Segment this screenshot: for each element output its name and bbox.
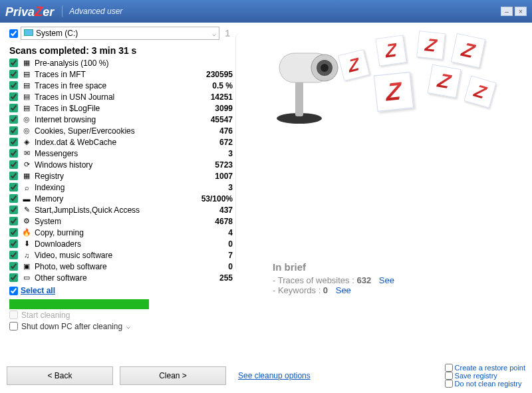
chevron-down-icon[interactable]: ⌵ [126, 323, 130, 330]
scan-label: Traces in USN Journal [35, 92, 186, 102]
scan-list: ▦Pre-analysis (100 %)▤Traces in MFT23059… [9, 57, 233, 283]
scan-icon: ▤ [21, 81, 32, 90]
titlebar: PrivaZer Advanced user – × [0, 0, 532, 23]
scan-label: Photo, web software [35, 262, 186, 271]
scan-value: 476 [186, 126, 233, 136]
scan-label: Start,JumpLists,Quick Access [35, 205, 186, 215]
scan-checkbox[interactable] [9, 160, 18, 169]
scan-label: Index.dat & WebCache [35, 138, 186, 147]
scan-checkbox[interactable] [9, 228, 18, 237]
scan-checkbox[interactable] [9, 104, 18, 112]
scan-checkbox[interactable] [9, 172, 18, 180]
camera-illustration [266, 33, 346, 126]
clean-button[interactable]: Clean > [120, 366, 226, 385]
scan-value: 1007 [186, 172, 233, 181]
scan-checkbox[interactable] [9, 205, 18, 214]
scan-checkbox[interactable] [9, 262, 18, 271]
scan-label: Traces in MFT [35, 70, 186, 79]
scan-icon: ⌕ [21, 183, 32, 192]
scan-icon: ▦ [21, 172, 32, 181]
scan-row: ⚙System4678 [9, 215, 233, 227]
scan-checkbox[interactable] [9, 126, 18, 135]
scan-checkbox[interactable] [9, 115, 18, 124]
z-tiles: Z Z Z Z Z Z Z [339, 31, 505, 137]
scan-icon: ▤ [21, 70, 32, 79]
scan-checkbox[interactable] [9, 251, 18, 259]
scan-checkbox[interactable] [9, 217, 18, 225]
scan-checkbox[interactable] [9, 70, 18, 78]
scan-checkbox[interactable] [9, 239, 18, 248]
minimize-button[interactable]: – [501, 7, 513, 16]
scan-value: 0.5 % [186, 81, 233, 90]
scan-checkbox[interactable] [9, 194, 18, 203]
scan-value: 4678 [186, 217, 233, 226]
scan-row: ▤Traces in free space0.5 % [9, 80, 233, 91]
drive-label: System (C:) [36, 29, 78, 38]
shutdown-checkbox[interactable] [9, 322, 18, 330]
scan-row: ⌕Indexing3 [9, 182, 233, 193]
opt-dontclean[interactable]: Do not clean registry [445, 380, 525, 388]
brief-see-websites[interactable]: See [379, 275, 394, 285]
scan-value: 672 [186, 138, 233, 147]
scan-icon: ▣ [21, 262, 32, 271]
scan-row: ✎Start,JumpLists,Quick Access437 [9, 204, 233, 215]
scan-label: Memory [35, 194, 186, 203]
scan-label: Pre-analysis (100 %) [35, 59, 186, 68]
scan-value: 437 [186, 205, 233, 215]
scan-icon: ▦ [21, 59, 32, 68]
scan-row: ▣Photo, web software0 [9, 261, 233, 272]
scan-row: ▦Registry1007 [9, 170, 233, 182]
scan-checkbox[interactable] [9, 92, 18, 101]
drive-select[interactable]: System (C:) ⌵ [21, 27, 219, 40]
scan-icon: ♫ [21, 251, 32, 260]
scan-icon: ◎ [21, 115, 32, 124]
scan-icon: ▤ [21, 104, 32, 113]
select-all-link[interactable]: Select all [21, 286, 55, 295]
scan-label: Copy, burning [35, 228, 186, 237]
opt-savereg[interactable]: Save registry [445, 372, 525, 380]
scan-value: 3 [186, 149, 233, 158]
scan-row: ♫Video, music software7 [9, 249, 233, 261]
scan-label: Video, music software [35, 251, 186, 260]
scan-value: 255 [186, 273, 233, 283]
scan-row: ⟳Windows history5723 [9, 159, 233, 170]
svg-point-5 [321, 64, 329, 72]
close-button[interactable]: × [515, 7, 527, 16]
opt-restore[interactable]: Create a restore point [445, 364, 525, 372]
drive-icon [24, 29, 33, 36]
drive-count: 1 [222, 28, 233, 39]
scan-row: ▤Traces in MFT230595 [9, 68, 233, 80]
drive-checkbox[interactable] [9, 29, 18, 38]
select-all-checkbox[interactable] [9, 287, 18, 295]
divider [235, 33, 245, 272]
scan-value: 5723 [186, 160, 233, 170]
scan-label: Traces in free space [35, 81, 186, 90]
scan-checkbox[interactable] [9, 81, 18, 90]
start-cleaning-checkbox [9, 311, 18, 319]
brief-title: In brief [273, 261, 525, 273]
brief-keywords-count: 0 [323, 285, 328, 295]
scan-checkbox[interactable] [9, 59, 18, 67]
scan-value: 3 [186, 183, 233, 192]
scan-label: Indexing [35, 183, 186, 192]
scan-label: Traces in $LogFile [35, 104, 186, 113]
scan-value: 7 [186, 251, 233, 260]
scan-checkbox[interactable] [9, 149, 18, 158]
scan-checkbox[interactable] [9, 273, 18, 282]
scan-checkbox[interactable] [9, 138, 18, 146]
scan-value: 3099 [186, 104, 233, 113]
scan-icon: ▭ [21, 273, 32, 283]
brief-see-keywords[interactable]: See [336, 285, 351, 295]
scan-row: ◎Cookies, Super/Evercookies476 [9, 125, 233, 136]
scan-row: ◈Index.dat & WebCache672 [9, 136, 233, 148]
app-logo: PrivaZer [5, 4, 54, 19]
see-cleanup-link[interactable]: See cleanup options [238, 371, 311, 380]
scan-checkbox[interactable] [9, 183, 18, 192]
back-button[interactable]: < Back [7, 366, 113, 385]
scan-value: 45547 [186, 115, 233, 124]
scan-icon: ▬ [21, 194, 32, 203]
scan-label: Downloaders [35, 239, 186, 249]
scan-icon: ⚙ [21, 217, 32, 226]
scan-row: 🔥Copy, burning4 [9, 227, 233, 238]
scan-row: ⬇Downloaders0 [9, 238, 233, 249]
